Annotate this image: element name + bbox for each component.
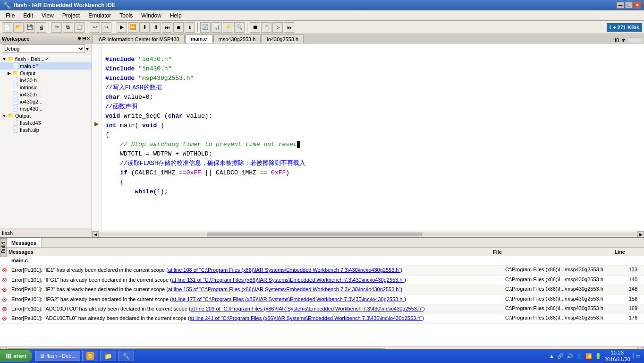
build-side-tab[interactable]: Build xyxy=(0,238,7,257)
tree-item-main-c[interactable]: 📄 main.c * xyxy=(0,62,92,69)
error-link-4[interactable]: at line 177 of "C:\Program Files (x86)\I… xyxy=(172,296,404,302)
toolbar-print[interactable]: 🖨 xyxy=(36,22,46,33)
close-button[interactable]: ✕ xyxy=(634,2,641,9)
toolbar-open[interactable]: 📂 xyxy=(13,22,24,33)
toolbar-cut[interactable]: ✂ xyxy=(51,22,62,33)
h-scroll-left[interactable]: ◀ xyxy=(92,231,99,238)
menu-help[interactable]: Help xyxy=(166,11,186,20)
menu-edit[interactable]: Edit xyxy=(19,11,37,20)
toolbar-b1[interactable]: ▶ xyxy=(117,22,127,33)
col-messages: Messages xyxy=(8,249,493,255)
h-scrollbar[interactable]: ◀ ▶ xyxy=(92,231,644,237)
tree-item-msp430[interactable]: 📄 msp430... xyxy=(0,105,92,112)
code-keyword3: char xyxy=(168,112,183,120)
error-file-3: C:\Program Files (x86)\I...\msp430g2553.… xyxy=(505,286,614,292)
taskbar-tray-arrow[interactable]: ▲ xyxy=(549,353,554,359)
toolbar-b11[interactable]: 🔍 xyxy=(234,22,245,33)
tab-io430g2553h[interactable]: io430g2553.h xyxy=(262,35,304,43)
toolbar-b3[interactable]: ⬇ xyxy=(139,22,150,33)
toolbar-b7[interactable]: ⏸ xyxy=(185,22,195,33)
toolbar-paste[interactable]: 📋 xyxy=(74,22,85,33)
code-if1: (CALBC1_1MHZ == xyxy=(127,169,186,176)
debug-arrow[interactable]: ▼ xyxy=(85,46,90,52)
menu-window[interactable]: Window xyxy=(137,11,165,20)
toolbar-b15[interactable]: ⏮ xyxy=(284,22,294,33)
toolbar-b5[interactable]: ⏭ xyxy=(162,22,172,33)
tree-label-main: main.c xyxy=(20,63,35,69)
debug-select[interactable]: Debug xyxy=(2,44,85,53)
code-content[interactable]: #include "io430.h" #include "in430.h" #i… xyxy=(102,43,644,231)
tab-iar-info[interactable]: IAR Information Center for MSP430 xyxy=(92,35,185,43)
toolbar-b4[interactable]: ⬆ xyxy=(151,22,161,33)
toolbar-b12[interactable]: ◼ xyxy=(250,22,260,33)
error-msg-5: Error[Pe101]: "ADC10DTC0" has already be… xyxy=(11,305,505,312)
tree-toggle-flash[interactable]: ▼ xyxy=(2,57,7,61)
workspace-close[interactable]: × xyxy=(87,36,90,41)
tree-item-io430h[interactable]: 📄 io430.h xyxy=(0,91,92,98)
tree-item-flash-d43[interactable]: 📄 flash.d43 xyxy=(0,119,92,126)
menu-project[interactable]: Project xyxy=(59,11,84,20)
taskbar-app-s[interactable]: S xyxy=(82,351,98,361)
tree-item-in430h[interactable]: 📄 in430.h xyxy=(0,77,92,84)
toolbar-b14[interactable]: ▷ xyxy=(272,22,283,33)
toolbar-b10[interactable]: ⚡ xyxy=(223,22,233,33)
code-wdtctl: WDTCTL = WDTPW + WDTHOLD; xyxy=(105,150,212,157)
file-icon-intrinsic: 📄 xyxy=(12,84,19,90)
tree-item-intrinsic[interactable]: 📄 intrinsic _ xyxy=(0,84,92,91)
error-row-4: ⊗ Error[Pe101]: "IFG2" has already been … xyxy=(0,295,644,304)
menu-file[interactable]: File xyxy=(2,11,18,20)
taskbar-show-desktop[interactable]: ▭ xyxy=(633,353,640,359)
toolbar-b8[interactable]: 🔄 xyxy=(200,22,211,33)
taskbar-volume-icon[interactable]: 🔊 xyxy=(567,353,573,359)
taskbar-folder-icon: 📁 xyxy=(104,353,112,360)
taskbar-app-folder[interactable]: 📁 xyxy=(100,351,116,361)
tree-item-io430g2[interactable]: 📄 io430g2... xyxy=(0,98,92,105)
workspace-icon1[interactable]: ⊞ xyxy=(77,36,81,41)
error-link-1[interactable]: at line 108 of "C:\Program Files (x86)\I… xyxy=(168,267,400,273)
toolbar-copy[interactable]: ⧉ xyxy=(63,22,73,33)
error-link-3[interactable]: at line 155 of "C:\Program Files (x86)\I… xyxy=(168,286,400,292)
error-msg-6: Error[Pe101]: "ADC10CTL0" has already be… xyxy=(11,315,505,322)
start-button[interactable]: ⊞ start xyxy=(0,350,32,362)
tree-item-flash-deb[interactable]: ▼ 📁 flash - Deb... ✓ xyxy=(0,55,92,62)
tree-toggle-output2[interactable]: ▼ xyxy=(2,113,7,118)
toolbar-b13[interactable]: ◻ xyxy=(261,22,271,33)
toolbar-b6[interactable]: ⏺ xyxy=(173,22,184,33)
code-keyword6: if xyxy=(105,169,127,176)
code-brace1: { xyxy=(105,131,109,138)
toolbar-new[interactable]: 📄 xyxy=(2,22,12,33)
workspace-icon2[interactable]: ⊟ xyxy=(82,36,86,41)
toolbar-save[interactable]: 💾 xyxy=(25,22,35,33)
error-link-2[interactable]: at line 131 of "C:\Program Files (x86)\I… xyxy=(172,277,404,283)
error-row-3: ⊗ Error[Pe101]: "IE2" has already been d… xyxy=(0,285,644,294)
tree-item-output2[interactable]: ▼ 📁 Output xyxy=(0,112,92,119)
tab-msp430g2553h[interactable]: msp430g2553.h xyxy=(213,35,261,43)
toolbar-b2[interactable]: ⏩ xyxy=(128,22,138,33)
menu-view[interactable]: View xyxy=(38,11,58,20)
h-scroll-right[interactable]: ▶ xyxy=(637,231,644,238)
menu-tools[interactable]: Tools xyxy=(116,11,136,20)
tree-item-flash-ulp[interactable]: 📄 flash.ulp xyxy=(0,126,92,133)
code-editor[interactable]: ▶ #include "io430.h" #include "in430.h" … xyxy=(92,43,644,237)
h-scroll-track[interactable] xyxy=(100,233,636,236)
start-label: start xyxy=(13,353,26,360)
menu-emulator[interactable]: Emulator xyxy=(85,11,115,20)
error-link-6[interactable]: at line 241 of "C:\Program Files (x86)\I… xyxy=(190,315,422,321)
bottom-tab-messages[interactable]: Messages xyxy=(7,238,42,247)
tab-main-c[interactable]: main.c xyxy=(186,35,212,43)
workspace-footer: flash xyxy=(0,228,92,237)
tree-item-output1[interactable]: ▶ 📁 Output xyxy=(0,69,92,77)
title-bar: 🔧 flash - IAR Embedded Workbench IDE — □… xyxy=(0,0,644,10)
toolbar-b9[interactable]: 📊 xyxy=(212,22,222,33)
toolbar-undo[interactable]: ↩ xyxy=(90,22,100,33)
taskbar-app-tools[interactable]: 🔧 xyxy=(118,351,134,361)
minimize-button[interactable]: — xyxy=(617,2,624,9)
h-scroll-thumb[interactable] xyxy=(207,233,422,236)
taskbar-app-flash[interactable]: 🖥 flash - Deb... xyxy=(35,351,80,361)
maximize-button[interactable]: □ xyxy=(625,2,633,9)
tree-toggle-output1[interactable]: ▶ xyxy=(7,71,11,76)
error-link-5[interactable]: at line 209 of "C:\Program Files (x86)\I… xyxy=(191,306,423,311)
f0-dropdown[interactable]: ▼ xyxy=(621,37,626,43)
toolbar-redo[interactable]: ↪ xyxy=(101,22,111,33)
menu-bar: File Edit View Project Emulator Tools Wi… xyxy=(0,10,644,21)
